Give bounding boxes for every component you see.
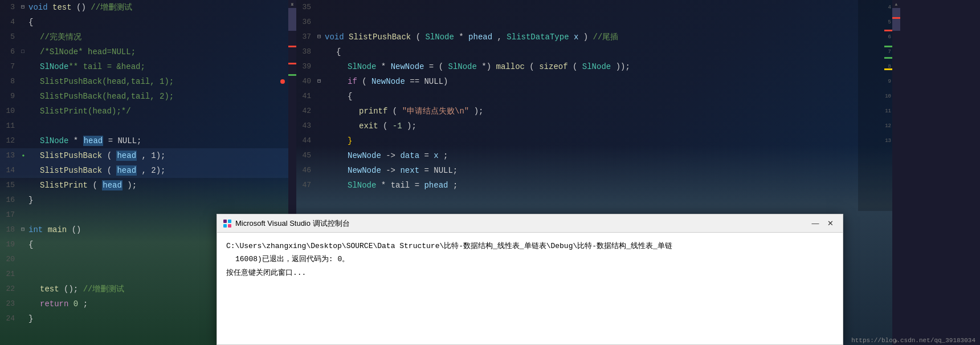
code-line-8: 8 SlistPushBack(head,tail, 1);: [0, 74, 296, 89]
debug-exit-line: 16008)已退出，返回代码为: 0。: [226, 253, 834, 266]
debug-console-title-text: Microsoft Visual Studio 调试控制台: [235, 218, 350, 229]
code-line-3: 3 ⊟ void test () //增删测试: [0, 0, 296, 15]
svg-rect-0: [223, 220, 227, 223]
code-line-6: 6 □ /*SlNode* head=NULL;: [0, 44, 296, 59]
svg-rect-3: [228, 224, 231, 228]
right-code-area: 35 36 37 ⊟ void SlistPushBack ( SlNod: [296, 0, 900, 193]
debug-console-title-right: — ✕: [808, 217, 837, 230]
right-scroll-up-arrow[interactable]: ▲: [892, 0, 900, 8]
scroll-down-arrow[interactable]: ▼: [288, 0, 296, 8]
svg-rect-2: [223, 224, 227, 228]
debug-path-line1: C:\Users\zhangxing\Desktop\SOURCE\Data S…: [226, 240, 834, 253]
code-line-9: 9 SlistPushBack(head,tail, 2);: [0, 89, 296, 104]
code-line-4: 4 {: [0, 15, 296, 30]
right-code-line-41: 41 {: [296, 89, 900, 104]
code-line-5: 5 //完美情况: [0, 30, 296, 44]
right-scroll-thumb[interactable]: [892, 8, 900, 31]
right-scrollbar[interactable]: ▲ ▼: [892, 0, 900, 345]
right-code-line-44: 44 }: [296, 133, 900, 148]
debug-press-line: 按任意键关闭此窗口...: [226, 266, 834, 279]
debug-console-title-left: Microsoft Visual Studio 调试控制台: [223, 218, 350, 229]
right-code-line-46: 46 NewNode -> next = NULL;: [296, 163, 900, 178]
code-line-16: 16 }: [0, 193, 296, 208]
scroll-marker-red-1: [288, 46, 296, 47]
code-line-14: 14 SlistPushBack ( head , 2);: [0, 163, 296, 178]
right-code-line-38: 38 {: [296, 44, 900, 59]
right-code-line-43: 43 exit ( -1 );: [296, 119, 900, 133]
editor-container: 3 ⊟ void test () //增删测试 4 { 5: [0, 0, 980, 345]
right-code-line-45: 45 NewNode -> data = x ;: [296, 148, 900, 163]
code-line-12: 12 SlNode * head = NULL;: [0, 133, 296, 148]
debug-console: Microsoft Visual Studio 调试控制台 — ✕ C:\Use…: [217, 214, 843, 345]
right-line-nums: 4 5 6 7 8 9 10 11 12 13: [884, 0, 892, 148]
debug-console-minimize-button[interactable]: —: [808, 217, 822, 230]
vs-icon: [223, 219, 232, 228]
debug-console-body: C:\Users\zhangxing\Desktop\SOURCE\Data S…: [217, 233, 843, 286]
right-code-line-39: 39 SlNode * NewNode = ( SlNode *) malloc…: [296, 59, 900, 74]
code-line-13: 13 ● SlistPushBack ( head , 1);: [0, 148, 296, 163]
right-code-line-47: 47 SlNode * tail = phead ;: [296, 178, 900, 193]
code-line-15: 15 SlistPrint ( head );: [0, 178, 296, 193]
right-code-line-35: 35: [296, 0, 900, 15]
code-line-11: 11: [0, 119, 296, 133]
right-code-line-36: 36: [296, 15, 900, 30]
debug-console-title: Microsoft Visual Studio 调试控制台 — ✕: [217, 214, 843, 233]
status-bar-url: https://blog.csdn.net/qq_39183034: [847, 336, 980, 345]
right-scroll-red-1: [892, 17, 900, 19]
breakpoint-marker-8: [280, 79, 285, 84]
debug-console-close-button[interactable]: ✕: [823, 217, 837, 230]
svg-rect-1: [228, 220, 231, 223]
right-code-line-42: 42 printf ( "申请结点失败\n" );: [296, 104, 900, 119]
code-line-7: 7 SlNode** tail = &head;: [0, 59, 296, 74]
code-line-10: 10 SlistPrint(head);*/: [0, 104, 296, 119]
left-scroll-thumb[interactable]: [288, 8, 296, 31]
scroll-marker-red-2: [288, 63, 296, 64]
right-code-line-37: 37 ⊟ void SlistPushBack ( SlNode * phead…: [296, 30, 900, 44]
scroll-marker-green-1: [288, 74, 296, 76]
right-code-line-40: 40 ⊟ if ( NewNode == NULL): [296, 74, 900, 89]
